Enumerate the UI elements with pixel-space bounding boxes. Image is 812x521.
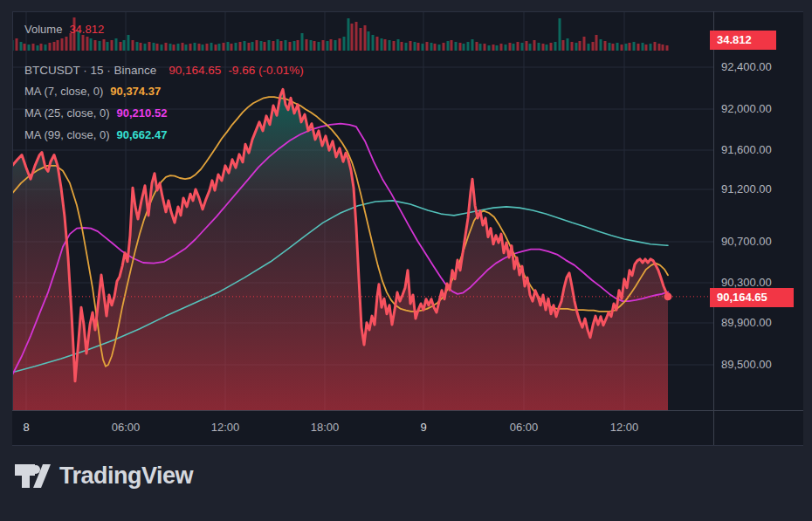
tradingview-watermark[interactable]: TradingView — [15, 463, 193, 490]
tradingview-logo-icon — [15, 464, 51, 488]
ma99-label: MA (99, close, 0) — [24, 128, 110, 141]
time-axis-label: 18:00 — [299, 421, 351, 434]
time-axis-label: 06:00 — [498, 421, 550, 434]
volume-value: 34.812 — [69, 23, 104, 36]
price-axis-label: 91,200.00 — [721, 182, 772, 197]
time-axis-label: 8 — [0, 421, 52, 434]
ma25-label: MA (25, close, 0) — [24, 106, 110, 120]
legend-symbol-row[interactable]: BTCUSDT · 15 · Binance 90,164.65 -9.66 (… — [24, 62, 304, 78]
stage: Volume 34.812 BTCUSDT · 15 · Binance 90,… — [0, 0, 812, 521]
legend-ma99-row[interactable]: MA (99, close, 0) 90,662.47 — [24, 127, 304, 142]
ma25-value: 90,210.52 — [117, 106, 168, 120]
legend: Volume 34.812 BTCUSDT · 15 · Binance 90,… — [24, 21, 304, 142]
tradingview-logo-text: TradingView — [59, 463, 193, 490]
time-axis-label: 06:00 — [100, 421, 152, 434]
time-axis-label: 12:00 — [598, 421, 650, 434]
symbol-last-price: 90,164.65 — [169, 64, 221, 77]
price-axis-label: 90,700.00 — [721, 234, 772, 250]
symbol-title: BTCUSDT · 15 · Binance — [24, 64, 156, 77]
price-axis-label: 89,900.00 — [721, 315, 772, 331]
volume-label: Volume — [24, 23, 62, 36]
price-axis-label: 89,500.00 — [721, 357, 772, 373]
price-axis-label: 92,000.00 — [721, 101, 772, 117]
price-axis[interactable]: 92,400.0092,000.0091,600.0091,200.0090,7… — [714, 11, 803, 410]
price-axis-label: 92,400.00 — [721, 59, 772, 75]
legend-volume-row[interactable]: Volume 34.812 — [24, 21, 304, 37]
time-axis-label: 12:00 — [199, 421, 251, 434]
last-price-badge: 90,164.65 — [710, 288, 794, 307]
legend-ma25-row[interactable]: MA (25, close, 0) 90,210.52 — [24, 105, 304, 120]
ma7-label: MA (7, close, 0) — [24, 85, 103, 98]
price-axis-label: 91,600.00 — [721, 142, 772, 158]
ma7-value: 90,374.37 — [110, 85, 161, 98]
ma99-value: 90,662.47 — [117, 128, 168, 141]
time-axis[interactable]: 806:0012:0018:00906:0012:00 — [12, 410, 713, 446]
symbol-change: -9.66 (-0.01%) — [228, 64, 303, 77]
time-axis-label: 9 — [397, 421, 450, 434]
volume-badge: 34.812 — [710, 31, 776, 50]
legend-ma7-row[interactable]: MA (7, close, 0) 90,374.37 — [24, 83, 304, 99]
